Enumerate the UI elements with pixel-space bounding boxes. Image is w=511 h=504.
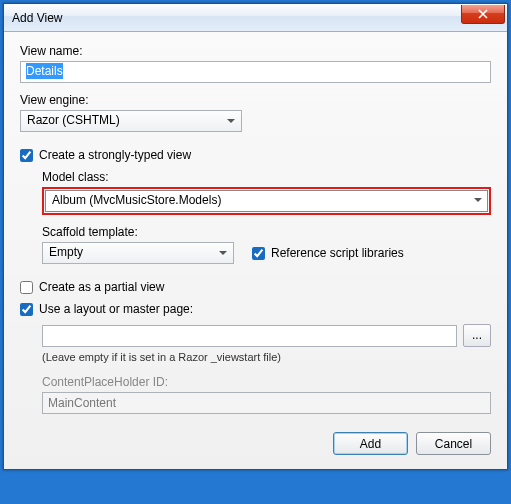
strongly-typed-checkbox[interactable] (20, 149, 33, 162)
cph-input (42, 392, 491, 414)
strongly-typed-label: Create a strongly-typed view (39, 148, 191, 162)
browse-button[interactable]: ... (463, 324, 491, 347)
model-class-combo[interactable]: Album (MvcMusicStore.Models) (45, 190, 488, 212)
view-name-input[interactable]: Details (20, 61, 491, 83)
view-name-label: View name: (20, 44, 491, 58)
titlebar[interactable]: Add View (4, 4, 507, 32)
layout-hint: (Leave empty if it is set in a Razor _vi… (42, 351, 491, 363)
partial-view-label: Create as a partial view (39, 280, 164, 294)
layout-path-input[interactable] (42, 325, 457, 347)
titlebar-title: Add View (12, 11, 461, 25)
close-button[interactable] (461, 5, 505, 24)
view-engine-combo[interactable]: Razor (CSHTML) (20, 110, 242, 132)
add-view-dialog: Add View View name: Details View engine:… (3, 3, 508, 470)
reference-scripts-checkbox[interactable] (252, 247, 265, 260)
dialog-content: View name: Details View engine: Razor (C… (4, 32, 507, 469)
model-class-label: Model class: (42, 170, 491, 184)
reference-scripts-label: Reference script libraries (271, 246, 404, 260)
cancel-button[interactable]: Cancel (416, 432, 491, 455)
use-layout-label: Use a layout or master page: (39, 302, 193, 316)
cph-label: ContentPlaceHolder ID: (42, 375, 491, 389)
add-button[interactable]: Add (333, 432, 408, 455)
partial-view-checkbox[interactable] (20, 281, 33, 294)
scaffold-template-label: Scaffold template: (42, 225, 491, 239)
use-layout-checkbox[interactable] (20, 303, 33, 316)
close-icon (478, 9, 488, 19)
view-engine-label: View engine: (20, 93, 491, 107)
scaffold-template-combo[interactable]: Empty (42, 242, 234, 264)
